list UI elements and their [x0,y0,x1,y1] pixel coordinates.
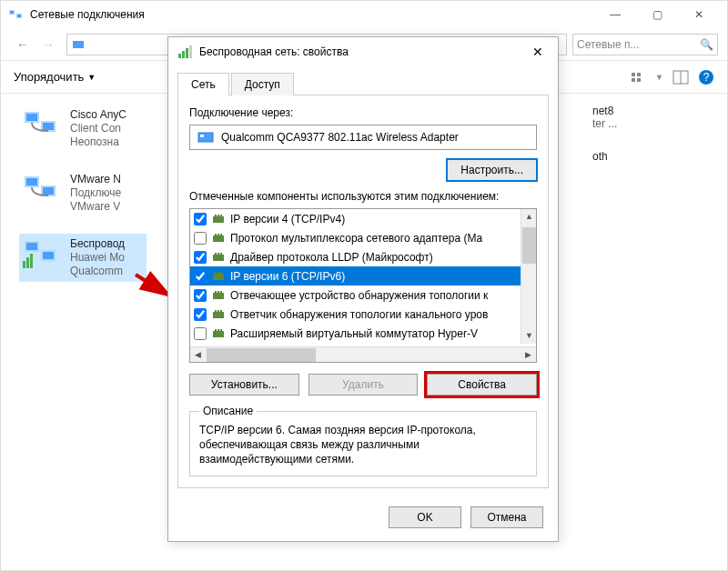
help-icon[interactable]: ? [698,69,714,85]
dialog-footer: OK Отмена [168,497,558,541]
maximize-button[interactable]: ▢ [636,1,678,28]
svg-rect-34 [200,135,204,137]
adapter-icon [23,173,61,204]
adapter-box[interactable]: Qualcomm QCA9377 802.11ac Wireless Adapt… [189,125,537,150]
connection-item[interactable]: Беспровод Huawei Mo Qualcomm [19,234,147,282]
close-button[interactable]: ✕ [678,1,720,28]
uninstall-button: Удалить [308,374,419,396]
component-row[interactable]: IP версии 4 (TCP/IPv4) [190,209,536,228]
component-label: Протокол мультиплексора сетевого адаптер… [230,232,482,245]
component-checkbox[interactable] [194,289,207,302]
wireless-adapter-icon [23,237,61,268]
components-listbox: IP версии 4 (TCP/IPv4)Протокол мультипле… [189,208,537,363]
component-row[interactable]: Отвечающее устройство обнаружения тополо… [190,286,536,305]
component-label: IP версии 4 (TCP/IPv4) [230,213,345,225]
svg-rect-50 [220,272,222,275]
svg-rect-53 [217,291,219,294]
svg-rect-25 [23,261,25,268]
component-checkbox[interactable] [194,232,207,245]
description-text: TCP/IP версии 6. Самая поздняя версия IP… [199,423,527,466]
svg-rect-30 [182,51,185,58]
component-label: Драйвер протокола LLDP (Майкрософт) [230,251,433,264]
component-checkbox[interactable] [194,308,207,321]
component-checkbox[interactable] [194,251,207,264]
protocol-icon [212,233,225,244]
component-row[interactable]: IP версии 6 (TCP/IPv6) [190,266,536,286]
svg-rect-40 [215,234,217,236]
view-icon[interactable] [630,69,646,85]
search-placeholder: Сетевые п... [577,38,639,51]
nic-icon [197,131,214,144]
search-icon: 🔍 [700,38,713,51]
component-checkbox[interactable] [194,270,207,283]
svg-rect-60 [215,329,217,332]
svg-rect-55 [213,312,224,318]
svg-rect-39 [213,235,224,242]
dialog-close-button[interactable]: ✕ [527,45,549,59]
dialog-tabs: Сеть Доступ [168,66,558,95]
svg-rect-41 [217,234,219,236]
dialog-title: Беспроводная сеть: свойства [199,45,527,58]
components-label: Отмеченные компоненты используются этим … [189,190,537,203]
minimize-button[interactable]: — [594,1,636,28]
svg-rect-36 [215,215,217,217]
protocol-icon [212,214,225,225]
properties-dialog: Беспроводная сеть: свойства ✕ Сеть Досту… [167,36,559,542]
svg-rect-58 [220,310,222,313]
chevron-down-icon[interactable]: ▼ [655,73,663,82]
back-button[interactable]: ← [10,37,35,52]
connection-name: VMware N [70,173,121,186]
protocol-icon [212,328,225,339]
forward-button[interactable]: → [35,37,61,52]
component-row[interactable]: Расширяемый виртуальный коммутатор Hyper… [190,324,536,343]
svg-rect-16 [43,123,54,130]
protocol-icon [212,271,225,282]
svg-rect-49 [217,272,219,275]
description-legend: Описание [199,405,257,417]
component-row[interactable]: Протокол мультиплексора сетевого адаптер… [190,228,536,247]
component-label: Расширяемый виртуальный коммутатор Hyper… [230,327,478,340]
component-checkbox[interactable] [194,213,207,225]
tab-access[interactable]: Доступ [231,73,294,95]
svg-rect-20 [43,187,54,195]
search-input[interactable]: Сетевые п... 🔍 [572,34,718,55]
svg-rect-7 [632,78,635,82]
svg-rect-26 [26,257,29,268]
connection-name: Cisco AnyC [70,108,126,122]
svg-rect-32 [189,45,192,58]
dialog-titlebar: Беспроводная сеть: свойства ✕ [168,37,558,66]
adapter-name: Qualcomm QCA9377 802.11ac Wireless Adapt… [221,131,459,144]
cancel-button[interactable]: Отмена [470,506,543,528]
chevron-down-icon: ▼ [87,73,96,82]
connection-item[interactable]: Cisco AnyC Client Con Неопозна [19,105,147,153]
horizontal-scrollbar[interactable]: ◀▶ [190,346,536,362]
adapter-icon [23,108,61,139]
vertical-scrollbar[interactable]: ▲▼ [521,209,536,344]
component-checkbox[interactable] [194,327,207,340]
component-row[interactable]: Ответчик обнаружения топологии канальног… [190,305,536,324]
component-row[interactable]: Драйвер протокола LLDP (Майкрософт) [190,247,536,266]
properties-button[interactable]: Свойства [427,374,537,396]
svg-rect-29 [178,54,181,58]
svg-rect-61 [217,329,219,332]
svg-rect-44 [215,253,217,255]
svg-rect-57 [217,310,219,313]
svg-rect-27 [30,254,33,268]
install-button[interactable]: Установить... [189,374,299,396]
tab-network[interactable]: Сеть [177,73,229,95]
svg-rect-38 [220,215,222,217]
svg-rect-6 [637,73,641,76]
svg-rect-31 [186,48,188,58]
svg-rect-48 [215,272,217,275]
configure-button[interactable]: Настроить... [447,159,537,181]
protocol-icon [212,309,225,320]
organize-button[interactable]: Упорядочить ▼ [14,70,96,84]
svg-rect-5 [632,73,635,76]
ok-button[interactable]: OK [389,506,461,528]
dialog-body: Подключение через: Qualcomm QCA9377 802.… [177,95,549,488]
connection-item[interactable]: VMware N Подключе VMware V [19,169,147,217]
detail-pane-icon[interactable] [672,69,689,85]
description-group: Описание TCP/IP версии 6. Самая поздняя … [189,405,537,476]
svg-rect-35 [213,216,224,223]
svg-rect-14 [26,114,37,121]
